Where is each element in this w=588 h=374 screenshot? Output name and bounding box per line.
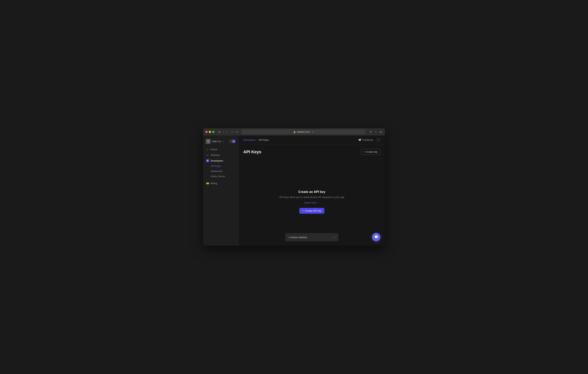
app-layout: S Shih-Yu ▾ ⌂ Home ▷ Streams ■ <box>203 136 385 246</box>
sidebar-item-webhooks-label: Webhooks <box>211 170 222 173</box>
share-button[interactable]: ⬆ <box>369 130 373 134</box>
user-info[interactable]: S Shih-Yu ▾ <box>206 139 223 144</box>
user-section: S Shih-Yu ▾ <box>203 138 239 147</box>
close-icon: × <box>334 236 335 239</box>
empty-state-description: API keys allow you to authenticate API r… <box>279 196 344 199</box>
sidebar-item-media-server-label: Media Server <box>211 175 225 178</box>
top-bar-actions: 📢 Feedback ? <box>358 138 380 142</box>
billing-icon: 💳 <box>206 182 209 185</box>
help-button[interactable]: ? <box>376 138 380 142</box>
empty-state: Create an API key API keys allow you to … <box>239 158 385 246</box>
sidebar-toggle-button[interactable]: ⊞ <box>218 130 221 134</box>
page-header: API Keys + Create key <box>239 144 385 158</box>
avatar: S <box>206 139 211 144</box>
arrow-right-icon: → <box>317 201 320 204</box>
new-tab-button[interactable]: + <box>374 130 377 134</box>
tab-overview-button[interactable]: ⊞ <box>379 130 383 134</box>
page-title: API Keys <box>243 150 261 154</box>
reload-icon[interactable]: ↺ <box>312 130 314 133</box>
sidebar-item-api-keys-label: API Keys <box>211 165 221 168</box>
browser-window: ⊞ ‹ › 🛡 N 🔒 livepeer.com ↺ ⬆ + ⊞ S Shih-… <box>203 128 385 246</box>
toast-notification: 1 stream deleted. × <box>285 233 338 241</box>
forward-button[interactable]: › <box>226 130 229 134</box>
create-key-button[interactable]: + Create key <box>360 149 380 155</box>
breadcrumb-parent-link[interactable]: Developers <box>243 139 256 141</box>
create-api-key-button[interactable]: + Create API key <box>299 208 324 214</box>
sidebar-item-billing-label: Billing <box>211 182 217 185</box>
plus-icon: + <box>363 150 365 153</box>
feedback-icon: 📢 <box>358 139 361 141</box>
sidebar-item-webhooks[interactable]: Webhooks <box>205 169 237 174</box>
sidebar-item-home-label: Home <box>211 148 217 151</box>
browser-extension-icons: 🛡 N <box>231 130 239 134</box>
minimize-traffic-light[interactable] <box>209 131 211 133</box>
sidebar-item-media-server[interactable]: Media Server <box>205 174 237 179</box>
home-icon: ⌂ <box>206 148 209 151</box>
sidebar-item-streams[interactable]: ▷ Streams <box>205 152 237 158</box>
toast-message: 1 stream deleted. <box>289 236 307 239</box>
url-text: livepeer.com <box>297 130 310 133</box>
sidebar-item-streams-label: Streams <box>211 154 220 157</box>
close-traffic-light[interactable] <box>205 131 208 133</box>
browser-nav-controls: ⊞ ‹ › <box>218 130 228 134</box>
create-key-label: Create key <box>366 150 378 153</box>
breadcrumb-current: API Keys <box>259 139 269 141</box>
nav-section: ⌂ Home ▷ Streams ■ Developers API Keys W… <box>203 147 239 186</box>
learn-more-label: Learn more <box>304 201 316 204</box>
sidebar-item-api-keys[interactable]: API Keys <box>205 163 237 169</box>
lock-icon: 🔒 <box>293 131 296 133</box>
user-name: Shih-Yu <box>212 140 221 143</box>
feedback-button[interactable]: 📢 Feedback <box>358 139 373 141</box>
address-bar[interactable]: 🔒 livepeer.com ↺ <box>242 129 365 134</box>
fullscreen-traffic-light[interactable] <box>212 131 214 133</box>
sidebar-item-developers[interactable]: ■ Developers <box>205 158 237 163</box>
feedback-label: Feedback <box>362 139 373 141</box>
back-button[interactable]: ‹ <box>222 130 225 134</box>
create-api-plus-icon: + <box>302 209 304 212</box>
theme-toggle-knob <box>232 140 235 143</box>
chevron-down-icon: ▾ <box>222 140 223 142</box>
breadcrumb-separator: / <box>257 139 258 141</box>
create-api-key-label: Create API key <box>305 209 321 212</box>
breadcrumb: Developers / API Keys <box>243 139 269 141</box>
browser-chrome: ⊞ ‹ › 🛡 N 🔒 livepeer.com ↺ ⬆ + ⊞ <box>203 128 385 136</box>
question-mark-icon: ? <box>378 139 379 141</box>
sidebar-item-home[interactable]: ⌂ Home <box>205 147 237 152</box>
notion-icon: N <box>235 130 239 134</box>
sidebar: S Shih-Yu ▾ ⌂ Home ▷ Streams ■ <box>203 136 239 246</box>
traffic-lights <box>205 131 214 133</box>
shield-icon: 🛡 <box>231 130 234 134</box>
chat-button[interactable]: 💬 <box>372 233 380 241</box>
top-bar: Developers / API Keys 📢 Feedback ? <box>239 136 385 144</box>
theme-toggle[interactable] <box>229 139 236 143</box>
sidebar-item-billing[interactable]: 💳 Billing <box>205 180 237 186</box>
learn-more-link[interactable]: Learn more → <box>304 201 320 204</box>
sidebar-item-developers-label: Developers <box>211 159 223 162</box>
developers-icon: ■ <box>206 159 209 162</box>
streams-icon: ▷ <box>206 153 209 157</box>
chat-icon: 💬 <box>374 235 378 239</box>
main-content: Developers / API Keys 📢 Feedback ? API K… <box>239 136 385 246</box>
browser-actions-right: ⬆ + ⊞ <box>369 130 383 134</box>
toast-close-button[interactable]: × <box>334 236 335 239</box>
empty-state-title: Create an API key <box>298 190 326 194</box>
